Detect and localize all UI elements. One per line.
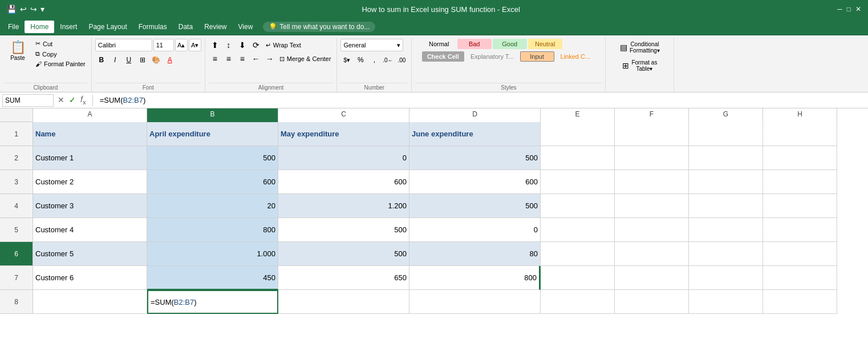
italic-button[interactable]: I bbox=[109, 54, 121, 66]
bold-button[interactable]: B bbox=[95, 54, 108, 66]
menu-formulas[interactable]: Formulas bbox=[133, 21, 173, 33]
row-num-5[interactable]: 5 bbox=[0, 218, 33, 242]
tell-me-box[interactable]: 💡 Tell me what you want to do... bbox=[263, 22, 375, 32]
cell-F7[interactable] bbox=[615, 266, 689, 290]
cell-C6[interactable]: 500 bbox=[278, 242, 409, 266]
cell-D8[interactable] bbox=[409, 290, 541, 314]
percent-btn[interactable]: % bbox=[354, 54, 367, 66]
col-header-c[interactable]: C bbox=[278, 108, 409, 122]
cell-B3[interactable]: 600 bbox=[147, 170, 278, 194]
middle-align-btn[interactable]: ↕ bbox=[222, 39, 235, 51]
currency-btn[interactable]: $▾ bbox=[340, 54, 353, 66]
cell-G2[interactable] bbox=[689, 146, 763, 170]
cell-E3[interactable] bbox=[541, 170, 615, 194]
cell-D3[interactable]: 600 bbox=[409, 170, 541, 194]
col-header-e[interactable]: E bbox=[541, 108, 615, 122]
format-painter-button[interactable]: 🖌 Format Painter bbox=[33, 59, 88, 68]
style-neutral[interactable]: Neutral bbox=[528, 39, 562, 49]
cell-G7[interactable] bbox=[689, 266, 763, 290]
menu-view[interactable]: View bbox=[233, 21, 259, 33]
col-header-h[interactable]: H bbox=[763, 108, 837, 122]
text-direction-btn[interactable]: ⟳ bbox=[250, 39, 262, 51]
cell-A2[interactable]: Customer 1 bbox=[33, 146, 147, 170]
conditional-formatting-button[interactable]: ▤ ConditionalFormatting▾ bbox=[616, 39, 663, 56]
cancel-formula-icon[interactable]: ✕ bbox=[56, 95, 66, 104]
minimize-icon[interactable]: ─ bbox=[837, 5, 842, 13]
style-check-cell[interactable]: Check Cell bbox=[422, 51, 464, 62]
cell-E6[interactable] bbox=[541, 242, 615, 266]
cell-A5[interactable]: Customer 4 bbox=[33, 218, 147, 242]
style-good[interactable]: Good bbox=[493, 39, 527, 49]
underline-button[interactable]: U bbox=[123, 54, 135, 66]
cell-D4[interactable]: 500 bbox=[409, 194, 541, 218]
cell-C3[interactable]: 600 bbox=[278, 170, 409, 194]
cell-H4[interactable] bbox=[763, 194, 837, 218]
cell-H2[interactable] bbox=[763, 146, 837, 170]
cell-C7[interactable]: 650 bbox=[278, 266, 409, 290]
menu-page-layout[interactable]: Page Layout bbox=[83, 21, 132, 33]
left-align-btn[interactable]: ≡ bbox=[209, 53, 221, 65]
maximize-icon[interactable]: □ bbox=[847, 5, 851, 13]
right-align-btn[interactable]: ≡ bbox=[236, 53, 249, 65]
style-explanatory[interactable]: Explanatory T... bbox=[465, 51, 519, 62]
cell-F3[interactable] bbox=[615, 170, 689, 194]
number-format-dropdown-icon[interactable]: ▾ bbox=[397, 42, 400, 49]
cell-B8[interactable]: =SUM(B2:B7) bbox=[147, 290, 278, 314]
cell-B4[interactable]: 20 bbox=[147, 194, 278, 218]
cell-D2[interactable]: 500 bbox=[409, 146, 541, 170]
style-linked-cell[interactable]: Linked C... bbox=[555, 51, 596, 62]
row-num-2[interactable]: 2 bbox=[0, 146, 33, 170]
cell-A3[interactable]: Customer 2 bbox=[33, 170, 147, 194]
comma-btn[interactable]: , bbox=[368, 54, 380, 66]
cell-F5[interactable] bbox=[615, 218, 689, 242]
cell-E4[interactable] bbox=[541, 194, 615, 218]
top-align-btn[interactable]: ⬆ bbox=[209, 39, 221, 51]
cell-A1[interactable]: Name bbox=[33, 122, 147, 146]
font-color-button[interactable]: A bbox=[164, 54, 176, 66]
cell-G3[interactable] bbox=[689, 170, 763, 194]
row-num-8[interactable]: 8 bbox=[0, 290, 33, 314]
customize-icon[interactable]: ▾ bbox=[40, 5, 44, 14]
number-format-select[interactable]: General ▾ bbox=[340, 39, 403, 51]
cell-D7[interactable]: 800 bbox=[409, 266, 541, 290]
row-num-3[interactable]: 3 bbox=[0, 170, 33, 194]
cell-C8[interactable] bbox=[278, 290, 409, 314]
style-input[interactable]: Input bbox=[520, 51, 554, 62]
col-header-f[interactable]: F bbox=[615, 108, 689, 122]
col-header-d[interactable]: D bbox=[409, 108, 541, 122]
cell-E5[interactable] bbox=[541, 218, 615, 242]
cell-H6[interactable] bbox=[763, 242, 837, 266]
menu-insert[interactable]: Insert bbox=[54, 21, 83, 33]
col-header-g[interactable]: G bbox=[689, 108, 763, 122]
paste-button[interactable]: 📋 Paste bbox=[3, 39, 32, 63]
increase-indent-btn[interactable]: → bbox=[263, 53, 276, 65]
center-align-btn[interactable]: ≡ bbox=[222, 53, 235, 65]
font-size-input[interactable] bbox=[153, 39, 174, 51]
cell-G5[interactable] bbox=[689, 218, 763, 242]
menu-home[interactable]: Home bbox=[25, 21, 54, 33]
formula-input[interactable]: =SUM(B2:B7) bbox=[98, 96, 866, 104]
decrease-indent-btn[interactable]: ← bbox=[250, 53, 262, 65]
row-num-7[interactable]: 7 bbox=[0, 266, 33, 290]
cell-D6[interactable]: 80 bbox=[409, 242, 541, 266]
cell-D5[interactable]: 0 bbox=[409, 218, 541, 242]
col-header-a[interactable]: A bbox=[33, 108, 147, 122]
merge-center-button[interactable]: ⊡ Merge & Center bbox=[277, 54, 334, 64]
decrease-decimal-btn[interactable]: .0← bbox=[382, 54, 394, 66]
cell-A4[interactable]: Customer 3 bbox=[33, 194, 147, 218]
redo-icon[interactable]: ↪ bbox=[30, 5, 37, 14]
col-header-b[interactable]: B bbox=[147, 108, 278, 122]
cut-button[interactable]: ✂ Cut bbox=[33, 39, 88, 49]
select-all-corner[interactable] bbox=[0, 108, 33, 122]
cell-F8[interactable] bbox=[615, 290, 689, 314]
save-icon[interactable]: 💾 bbox=[7, 5, 17, 14]
fill-color-button[interactable]: 🎨 bbox=[150, 54, 163, 66]
cell-E1[interactable] bbox=[541, 122, 615, 146]
cell-B6[interactable]: 1.000 bbox=[147, 242, 278, 266]
cell-A6[interactable]: Customer 5 bbox=[33, 242, 147, 266]
menu-data[interactable]: Data bbox=[173, 21, 198, 33]
style-normal[interactable]: Normal bbox=[422, 39, 456, 49]
close-icon[interactable]: ✕ bbox=[855, 5, 861, 13]
tell-me-text[interactable]: Tell me what you want to do... bbox=[279, 23, 370, 31]
cell-C4[interactable]: 1.200 bbox=[278, 194, 409, 218]
